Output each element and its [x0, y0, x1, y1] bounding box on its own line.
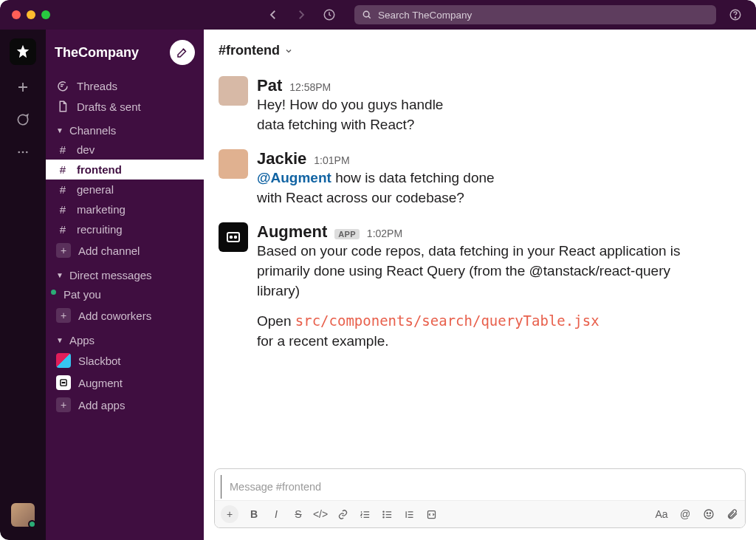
plus-icon: + [56, 243, 71, 258]
svg-point-3 [735, 17, 735, 18]
bold-button[interactable]: B [247, 508, 261, 520]
threads-icon [56, 79, 69, 92]
message-author[interactable]: Pat [257, 76, 282, 95]
attach-button[interactable]: + [221, 505, 238, 523]
sidebar-item-channel-dev[interactable]: # dev [46, 140, 204, 160]
search-input[interactable]: Search TheCompany [354, 5, 716, 24]
channel-name: marketing [77, 203, 126, 216]
mention[interactable]: @Augment [257, 170, 331, 185]
workspace-tile[interactable] [10, 38, 36, 65]
channel-header[interactable]: #frontend [204, 30, 756, 64]
forward-button[interactable] [292, 6, 310, 24]
chevron-down-icon [284, 47, 293, 55]
svg-point-17 [704, 510, 713, 519]
svg-point-18 [707, 513, 707, 513]
add-workspace-button[interactable] [13, 77, 33, 98]
sidebar-item-label: Add channel [78, 245, 140, 257]
message-author[interactable]: Jackie [257, 149, 306, 168]
svg-point-14 [382, 513, 383, 514]
channel-name: recruiting [77, 223, 123, 236]
avatar-icon[interactable] [219, 76, 248, 106]
message-time: 12:58PM [289, 81, 331, 93]
sidebar: TheCompany Threads Drafts & sent ▼ Chann… [46, 30, 204, 540]
titlebar: Search TheCompany [0, 0, 756, 30]
close-window-icon[interactable] [12, 10, 21, 19]
emoji-button[interactable] [702, 508, 715, 520]
channel-name: dev [77, 143, 94, 156]
bot-avatar-icon[interactable] [219, 222, 248, 252]
hash-icon: # [56, 143, 69, 156]
maximize-window-icon[interactable] [41, 10, 50, 19]
message-list[interactable]: Pat 12:58PM Hey! How do you guys handle … [204, 64, 756, 468]
sidebar-item-threads[interactable]: Threads [46, 75, 204, 96]
link-button[interactable] [336, 509, 349, 520]
strikethrough-button[interactable]: S [292, 508, 305, 520]
caret-down-icon: ▼ [56, 336, 63, 344]
user-avatar[interactable] [11, 503, 35, 527]
code-path[interactable]: src/components/search/queryTable.jsx [295, 312, 599, 329]
hash-icon: # [56, 203, 69, 216]
message: Jackie 1:01PM @Augment how is data fetch… [219, 140, 741, 213]
message: Augment APP 1:02PM Based on your code re… [219, 213, 741, 357]
format-button[interactable]: Aa [655, 508, 668, 520]
more-rail-button[interactable] [13, 142, 33, 163]
app-name: Slackbot [78, 355, 121, 367]
presence-indicator-icon [28, 520, 36, 528]
avatar-icon[interactable] [219, 149, 248, 179]
drafts-icon [56, 100, 69, 113]
codeblock-button[interactable] [425, 509, 438, 520]
blockquote-button[interactable] [402, 509, 416, 520]
sidebar-item-app-slackbot[interactable]: Slackbot [46, 349, 204, 372]
sidebar-item-channel-frontend[interactable]: # frontend [46, 160, 204, 180]
window-controls [12, 10, 50, 19]
caret-down-icon: ▼ [56, 126, 63, 134]
channel-name: #frontend [219, 43, 280, 58]
svg-point-13 [382, 511, 383, 512]
presence-indicator-icon [49, 288, 58, 296]
sidebar-item-channel-marketing[interactable]: # marketing [46, 199, 204, 219]
back-button[interactable] [264, 6, 282, 24]
svg-point-8 [62, 382, 63, 383]
channel-name: general [77, 183, 114, 196]
help-button[interactable] [726, 6, 744, 24]
svg-point-15 [382, 516, 383, 517]
code-button[interactable]: </> [314, 508, 327, 520]
attachment-button[interactable] [726, 508, 739, 520]
dms-rail-button[interactable] [13, 109, 33, 130]
sidebar-add-channel[interactable]: + Add channel [46, 239, 204, 262]
sidebar-item-channel-recruiting[interactable]: # recruiting [46, 219, 204, 239]
history-button[interactable] [320, 6, 338, 24]
bullet-list-button[interactable] [380, 509, 394, 520]
message-author[interactable]: Augment [257, 222, 327, 242]
svg-point-9 [64, 382, 65, 383]
italic-button[interactable]: I [269, 508, 283, 520]
sidebar-item-channel-general[interactable]: # general [46, 180, 204, 199]
sidebar-item-label: Add apps [78, 399, 125, 411]
message-time: 1:02PM [367, 228, 402, 239]
message: Pat 12:58PM Hey! How do you guys handle … [219, 67, 741, 140]
section-label: Channels [69, 124, 116, 137]
sidebar-item-dm-pat[interactable]: Pat you [46, 284, 204, 304]
plus-icon: + [56, 397, 71, 412]
caret-down-icon: ▼ [56, 271, 63, 279]
sidebar-item-drafts[interactable]: Drafts & sent [46, 96, 204, 117]
mention-button[interactable]: @ [678, 508, 692, 520]
svg-point-6 [26, 151, 28, 154]
main-pane: #frontend Pat 12:58PM Hey! How do you gu… [204, 30, 756, 540]
svg-point-19 [709, 513, 710, 513]
sidebar-add-coworkers[interactable]: + Add coworkers [46, 304, 204, 327]
sidebar-section-dms[interactable]: ▼ Direct messages [46, 262, 204, 284]
message-body: Hey! How do you guys handle data fetchin… [257, 95, 443, 134]
compose-button[interactable] [170, 40, 195, 65]
sidebar-item-label: Threads [77, 80, 117, 92]
minimize-window-icon[interactable] [27, 10, 35, 19]
message-composer[interactable]: Message #frontend + B I S </> [214, 468, 746, 528]
workspace-name[interactable]: TheCompany [55, 45, 139, 61]
sidebar-section-channels[interactable]: ▼ Channels [46, 117, 204, 140]
sidebar-item-label: Add coworkers [78, 310, 151, 322]
sidebar-item-app-augment[interactable]: Augment [46, 372, 204, 394]
composer-input[interactable]: Message #frontend [221, 474, 739, 500]
ordered-list-button[interactable] [358, 509, 371, 520]
sidebar-add-apps[interactable]: + Add apps [46, 394, 204, 416]
sidebar-section-apps[interactable]: ▼ Apps [46, 327, 204, 349]
